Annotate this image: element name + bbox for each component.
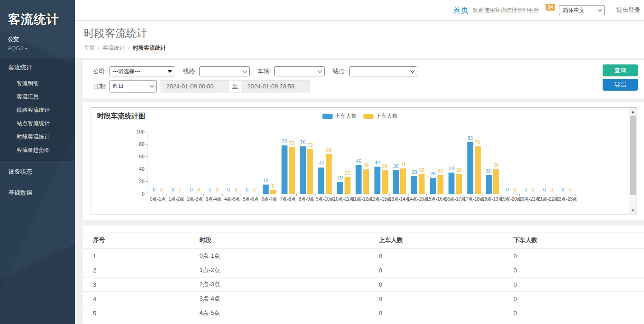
bar-value-label: 0 bbox=[211, 187, 223, 192]
vehicle-select[interactable] bbox=[274, 66, 325, 76]
breadcrumb: 主页/客流统计/时段客流统计 bbox=[84, 44, 644, 52]
vehicle-label: 车辆: bbox=[258, 67, 271, 75]
table-cell: 0 bbox=[369, 292, 504, 306]
table-cell: 5点-6点 bbox=[190, 320, 369, 324]
bar-boarding bbox=[282, 145, 288, 194]
bar-alighting bbox=[326, 154, 332, 194]
table-cell: 0点-1点 bbox=[190, 249, 369, 263]
date-from-input[interactable]: 2024-01-09 00:00 bbox=[161, 80, 229, 93]
bar-value-label: 6 bbox=[267, 183, 279, 189]
scrollbar-thumb[interactable] bbox=[630, 116, 636, 195]
date-to-input[interactable]: 2024-01-09 23:59 bbox=[242, 80, 310, 93]
x-tick-mark bbox=[352, 194, 352, 196]
scroll-down-icon[interactable]: ▼ bbox=[629, 207, 637, 214]
table-header-cell: 序号 bbox=[83, 232, 190, 249]
table-panel: 序号时段上车人数下车人数 10点-1点0021点-2点0032点-3点0043点… bbox=[83, 226, 644, 324]
table-cell: 0 bbox=[504, 249, 644, 263]
bar-value-label: 0 bbox=[564, 187, 576, 192]
table-row: 43点-4点00 bbox=[83, 292, 644, 306]
table-cell: 1点-2点 bbox=[190, 263, 369, 278]
bar-alighting bbox=[493, 169, 499, 194]
sidebar-subitem[interactable]: 线路客流统计 bbox=[0, 104, 75, 117]
table-header-cell: 下车人数 bbox=[504, 232, 644, 249]
sidebar-subitem[interactable]: 客流汇总 bbox=[0, 90, 75, 104]
chevron-down-icon bbox=[410, 68, 414, 73]
date-preset-select[interactable]: 昨日 bbox=[109, 80, 157, 93]
y-tick-label: 20 bbox=[131, 179, 144, 184]
language-select[interactable]: 简体中文 bbox=[559, 5, 605, 15]
y-tick-label: 80 bbox=[131, 141, 144, 147]
bar-alighting bbox=[363, 169, 369, 194]
logout-link[interactable]: 退出登录 bbox=[616, 6, 640, 14]
sidebar-subitem[interactable]: 站点客流统计 bbox=[0, 117, 75, 130]
filter-panel: 公司: ---请选择--- 线路: 车辆: 站点: 日期: 昨日 2024-01… bbox=[83, 60, 644, 98]
query-button[interactable]: 查询 bbox=[603, 64, 638, 76]
hourly-flow-chart: 时段车流统计图 上车人数下车人数 0204060801000点-1点001点-2… bbox=[91, 107, 637, 214]
bar-alighting bbox=[400, 168, 406, 194]
x-tick-mark bbox=[185, 194, 185, 196]
station-select[interactable] bbox=[349, 66, 417, 76]
bar-value-label: 0 bbox=[155, 187, 167, 192]
y-tick-label: 100 bbox=[131, 129, 144, 134]
bar-value-label: 76 bbox=[472, 139, 483, 145]
x-tick-mark bbox=[278, 194, 278, 196]
table-cell: 6 bbox=[83, 320, 190, 324]
table-row: 65点-6点00 bbox=[83, 320, 644, 324]
table-cell: 0 bbox=[504, 292, 644, 306]
sidebar-subitem[interactable]: 时段客流统计 bbox=[0, 130, 75, 144]
bar-boarding bbox=[486, 175, 492, 194]
breadcrumb-home[interactable]: 主页 bbox=[84, 45, 95, 51]
x-axis bbox=[148, 194, 578, 194]
line-select[interactable] bbox=[199, 66, 250, 76]
table-cell: 0 bbox=[369, 249, 504, 263]
bar-value-label: 32 bbox=[416, 167, 428, 173]
x-tick-mark bbox=[259, 194, 259, 196]
bar-value-label: 0 bbox=[248, 187, 260, 192]
sidebar: 客流统计 公交 AQGJ 客流统计 客流明细客流汇总线路客流统计站点客流统计时段… bbox=[0, 0, 75, 324]
chart-scrollbar[interactable]: ▲ ▼ bbox=[629, 108, 637, 214]
app-logo-title: 客流统计 bbox=[0, 0, 75, 28]
bar-boarding bbox=[430, 178, 436, 194]
notification-badge[interactable]: 34 bbox=[546, 4, 555, 11]
bar-alighting bbox=[419, 174, 425, 194]
sidebar-item-passenger-stats[interactable]: 客流统计 bbox=[0, 58, 75, 77]
bar-alighting bbox=[475, 146, 481, 194]
breadcrumb-current: 时段客流统计 bbox=[133, 45, 166, 51]
table-row: 54点-5点00 bbox=[83, 306, 644, 320]
breadcrumb-section[interactable]: 客流统计 bbox=[103, 45, 125, 51]
company-select[interactable]: ---请选择--- bbox=[109, 66, 175, 76]
hourly-flow-table: 序号时段上车人数下车人数 10点-1点0021点-2点0032点-3点0043点… bbox=[83, 232, 644, 324]
table-cell: 0 bbox=[369, 263, 504, 278]
x-tick-mark bbox=[557, 194, 557, 196]
bar-value-label: 38 bbox=[379, 163, 391, 169]
chevron-down-icon bbox=[150, 83, 154, 88]
sidebar-subitem[interactable]: 客流量趋势图 bbox=[0, 144, 75, 157]
sidebar-item-base-data[interactable]: 基础数据 bbox=[0, 182, 75, 203]
bar-alighting bbox=[382, 170, 388, 194]
chart-plot-area: 0204060801000点-1点001点-2点002点-3点003点-4点00… bbox=[91, 108, 637, 214]
sidebar-item-device-status[interactable]: 设备状态 bbox=[0, 161, 75, 182]
x-tick-label: 22点-23点 bbox=[556, 196, 578, 202]
table-header-cell: 时段 bbox=[190, 232, 369, 249]
date-label: 日期: bbox=[93, 82, 107, 91]
sidebar-submenu: 客流明细客流汇总线路客流统计站点客流统计时段客流统计客流量趋势图 bbox=[0, 77, 75, 161]
sidebar-profile: 公交 AQGJ bbox=[0, 28, 75, 58]
home-link[interactable]: 首页 bbox=[453, 5, 469, 16]
y-tick-mark bbox=[146, 132, 148, 132]
x-tick-mark bbox=[575, 194, 575, 196]
x-tick-mark bbox=[315, 194, 316, 196]
table-cell: 4点-5点 bbox=[190, 306, 369, 320]
sidebar-subitem[interactable]: 客流明细 bbox=[0, 77, 75, 90]
bar-boarding bbox=[467, 142, 473, 194]
table-cell: 0 bbox=[504, 306, 644, 320]
table-cell: 0 bbox=[504, 263, 644, 278]
main-content: 时段客流统计 主页/客流统计/时段客流统计 公司: ---请选择--- 线路: … bbox=[75, 21, 644, 324]
x-tick-mark bbox=[426, 194, 427, 196]
page-title: 时段客流统计 bbox=[84, 26, 644, 40]
bar-value-label: 0 bbox=[509, 187, 521, 192]
export-button[interactable]: 导出 bbox=[603, 79, 638, 91]
scroll-up-icon[interactable]: ▲ bbox=[629, 108, 637, 115]
user-dropdown[interactable]: AQGJ bbox=[8, 45, 75, 52]
y-tick-label: 60 bbox=[131, 154, 144, 159]
chevron-down-icon bbox=[598, 7, 602, 11]
